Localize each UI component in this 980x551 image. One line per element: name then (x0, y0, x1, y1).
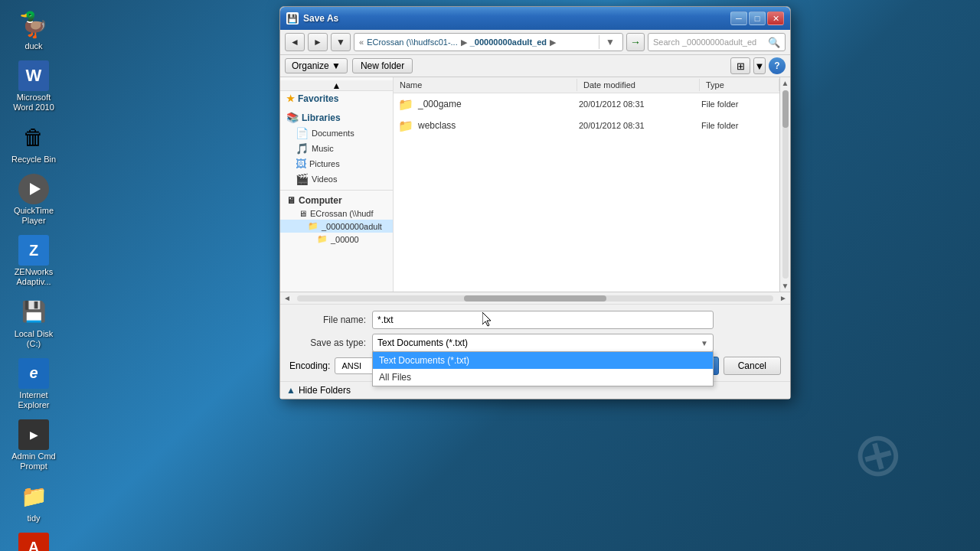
sidebar-item-000000adult[interactable]: 📁 _00000000adult (280, 220, 393, 233)
hscroll-thumb[interactable] (464, 295, 607, 302)
dialog-title-bar: 💾 Save As ─ □ ✕ (280, 7, 790, 30)
view-dropdown-button[interactable]: ▼ (753, 57, 766, 74)
cancel-button[interactable]: Cancel (724, 357, 781, 375)
word-label: Microsoft Word 2010 (9, 93, 58, 112)
search-box[interactable]: Search _00000000adult_ed 🔍 (648, 33, 786, 51)
recycle-icon: 🗑 (18, 122, 49, 153)
00000-icon: 📁 (317, 234, 328, 244)
hscroll-track[interactable] (297, 295, 773, 302)
webclass-date: 20/01/2012 08:31 (579, 121, 701, 130)
music-label: Music (312, 144, 334, 153)
hscroll-right-btn[interactable]: ► (776, 294, 790, 302)
adobe-icon: A (18, 533, 49, 551)
dropdown-item-all[interactable]: All Files (373, 369, 713, 386)
go-button[interactable]: → (626, 33, 645, 51)
sidebar-computer-header[interactable]: 🖥 Computer (280, 194, 393, 207)
sidebar-item-videos[interactable]: 🎬 Videos (280, 171, 393, 187)
desktop-icon-adobe[interactable]: A Microsoft Excel 2010 (6, 530, 61, 551)
breadcrumb-arrow-2: ▶ (550, 37, 556, 47)
quicktime-icon (18, 174, 49, 204)
dialog-title-text: Save As (303, 13, 338, 24)
00000-label: _00000 (331, 235, 359, 244)
webclass-name: webclass (415, 120, 579, 131)
hide-folders-label: Hide Folders (299, 385, 351, 396)
vscroll-track[interactable] (782, 90, 789, 279)
admin-cmd-icon: ▶ (18, 419, 49, 450)
pictures-label: Pictures (309, 159, 340, 168)
sidebar-item-ecrossan[interactable]: 🖥 ECrossan (\\hudf (280, 207, 393, 220)
vscroll-down-btn[interactable]: ▼ (780, 280, 791, 292)
organize-label: Organize ▼ (292, 60, 341, 71)
vscroll-thumb[interactable] (782, 90, 789, 128)
sidebar-item-documents[interactable]: 📄 Documents (280, 126, 393, 141)
ie-label: Internet Explorer (9, 390, 58, 410)
000game-type: File folder (701, 99, 779, 109)
sidebar-item-pictures[interactable]: 🖼 Pictures (280, 156, 393, 171)
horizontal-scrollbar[interactable]: ◄ ► (280, 292, 790, 304)
file-row-000game[interactable]: 📁 _000game 20/01/2012 08:31 File folder (394, 93, 779, 115)
filename-row: File name: (289, 311, 781, 329)
sidebar-item-00000[interactable]: 📁 _00000 (280, 233, 393, 246)
new-folder-label: New folder (361, 60, 404, 71)
col-header-name[interactable]: Name (394, 79, 577, 91)
minimize-button[interactable]: ─ (730, 11, 747, 25)
breadcrumb-dropdown-btn[interactable]: ▼ (603, 37, 618, 47)
vertical-scrollbar[interactable]: ▲ ▼ (779, 77, 790, 292)
desktop-icon-word2010[interactable]: W Microsoft Word 2010 (6, 57, 61, 116)
maximize-button[interactable]: □ (749, 11, 766, 25)
desktop-icon-local-disk[interactable]: 💾 Local Disk (C:) (6, 294, 61, 352)
organize-button[interactable]: Organize ▼ (285, 58, 348, 73)
desktop-icon-duck[interactable]: 🦆 duck (6, 6, 61, 54)
title-bar-left: 💾 Save As (286, 12, 338, 24)
adult-label: _00000000adult (322, 222, 382, 231)
duck-label: duck (24, 41, 42, 51)
new-folder-button[interactable]: New folder (352, 58, 413, 73)
sidebar-item-music[interactable]: 🎵 Music (280, 141, 393, 156)
videos-label: Videos (312, 174, 337, 184)
col-type-label: Type (706, 80, 724, 90)
dropdown-item-txt[interactable]: Text Documents (*.txt) (373, 352, 713, 369)
forward-button[interactable]: ► (308, 33, 328, 51)
dropdown-arrow-button[interactable]: ▼ (331, 33, 351, 51)
dialog-title-icon: 💾 (286, 12, 299, 24)
filetype-dropdown[interactable]: Text Documents (*.txt) ▼ Text Documents … (372, 334, 714, 352)
hide-folders-icon: ▲ (286, 385, 296, 396)
desktop-icon-ie[interactable]: e Internet Explorer (6, 355, 61, 413)
desktop-icon-recycle[interactable]: 🗑 Recycle Bin (6, 119, 61, 168)
desktop-icon-admin-cmd[interactable]: ▶ Admin Cmd Prompt (6, 416, 61, 474)
dialog-bottom: File name: Save as type: Text Documents … (280, 304, 790, 381)
search-icon[interactable]: 🔍 (768, 37, 780, 48)
local-disk-label: Local Disk (C:) (9, 329, 58, 349)
breadcrumb-folder[interactable]: _00000000adult_ed (470, 37, 547, 47)
view-button[interactable]: ⊞ (730, 57, 750, 74)
000game-name: _000game (415, 99, 579, 109)
breadcrumb-ecrossan[interactable]: ECrossan (\\hudfsc01-... (367, 37, 458, 47)
desktop-icon-zenworks[interactable]: Z ZENworks Adaptiv... (6, 232, 61, 290)
breadcrumb-bar[interactable]: « ECrossan (\\hudfsc01-... ▶ _00000000ad… (354, 33, 623, 51)
computer-label: Computer (299, 195, 342, 206)
ecrossan-icon: 🖥 (299, 209, 307, 218)
vscroll-up-btn[interactable]: ▲ (780, 77, 791, 89)
filetype-row: Save as type: Text Documents (*.txt) ▼ T… (289, 334, 781, 352)
file-row-webclass[interactable]: 📁 webclass 20/01/2012 08:31 File folder (394, 115, 779, 136)
desktop-icon-quicktime[interactable]: QuickTime Player (6, 171, 61, 229)
sidebar-favorites-header[interactable]: ★ Favorites (280, 91, 393, 106)
filename-input[interactable] (372, 311, 714, 329)
col-header-date[interactable]: Date modified (577, 79, 700, 91)
desktop-icon-tidy[interactable]: 📁 tidy (6, 478, 61, 527)
hscroll-left-btn[interactable]: ◄ (280, 294, 294, 302)
tidy-label: tidy (27, 514, 40, 523)
sidebar-libraries-header[interactable]: 📚 Libraries (280, 109, 393, 126)
back-button[interactable]: ◄ (285, 33, 305, 51)
ecrossan-label: ECrossan (\\hudf (310, 209, 374, 218)
close-button[interactable]: ✕ (767, 11, 784, 25)
cancel-label: Cancel (738, 360, 766, 371)
col-date-label: Date modified (583, 80, 635, 90)
filetype-dropdown-arrow: ▼ (701, 339, 708, 347)
libraries-icon: 📚 (286, 112, 299, 123)
col-header-type[interactable]: Type (700, 79, 779, 91)
vscroll-up-top[interactable]: ▲ (280, 80, 393, 91)
title-buttons: ─ □ ✕ (730, 11, 784, 25)
help-button[interactable]: ? (769, 57, 786, 74)
webclass-folder-icon: 📁 (397, 116, 415, 135)
